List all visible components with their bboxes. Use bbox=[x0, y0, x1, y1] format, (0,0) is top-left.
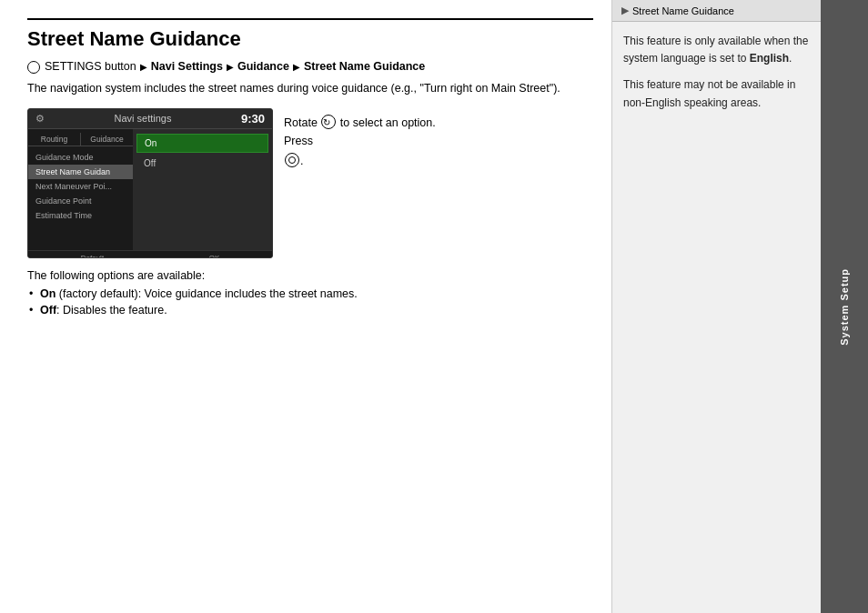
navi-screen-title: Navi settings bbox=[114, 113, 171, 124]
navi-btn-ok[interactable]: OK bbox=[206, 253, 224, 258]
press-icon bbox=[285, 153, 299, 167]
info-box-header: ▶ Street Name Guidance bbox=[612, 0, 821, 22]
navi-header: ⚙ Navi settings 9:30 bbox=[28, 109, 272, 129]
info-icon: ▶ bbox=[621, 5, 629, 16]
options-intro: The following options are available: bbox=[27, 269, 593, 282]
info-english: English bbox=[750, 52, 789, 65]
path-arrow2: ▶ bbox=[227, 62, 234, 72]
right-info-panel: ▶ Street Name Guidance This feature is o… bbox=[611, 0, 821, 613]
path-line: SETTINGS button ▶ Navi Settings ▶ Guidan… bbox=[27, 60, 593, 73]
option-on: On (factory default): Voice guidance inc… bbox=[27, 287, 593, 300]
path-arrow3: ▶ bbox=[293, 62, 300, 72]
screen-container: ⚙ Navi settings 9:30 Routing Guidance Gu… bbox=[27, 108, 593, 258]
sidebar-label: System Setup bbox=[839, 268, 850, 346]
path-guidance: Guidance bbox=[237, 60, 289, 73]
sidebar-tab: System Setup bbox=[821, 0, 868, 613]
description-text: The navigation system includes the stree… bbox=[27, 80, 593, 97]
navi-screen: ⚙ Navi settings 9:30 Routing Guidance Gu… bbox=[27, 108, 273, 258]
navi-menu-guidance-mode[interactable]: Guidance Mode bbox=[28, 150, 133, 165]
navi-menu-guidance-point[interactable]: Guidance Point bbox=[28, 194, 133, 208]
settings-icon bbox=[27, 61, 40, 74]
navi-tab-guidance[interactable]: Guidance bbox=[81, 133, 133, 146]
navi-right-panel: On Off bbox=[133, 129, 272, 250]
navi-tabs: Routing Guidance bbox=[28, 133, 133, 146]
navi-body: Routing Guidance Guidance Mode Street Na… bbox=[28, 129, 272, 250]
top-divider bbox=[27, 18, 593, 20]
navi-menu-estimated-time[interactable]: Estimated Time bbox=[28, 208, 133, 223]
navi-menu-street-name[interactable]: Street Name Guidan bbox=[28, 165, 133, 179]
navi-option-off[interactable]: Off bbox=[136, 155, 268, 172]
option-on-desc: (factory default): Voice guidance includ… bbox=[56, 287, 357, 300]
navi-settings-icon: ⚙ bbox=[35, 113, 45, 125]
info-para-2: This feature may not be available in non… bbox=[623, 76, 810, 111]
instruction-rotate-text: Rotate bbox=[284, 116, 318, 129]
navi-tab-routing[interactable]: Routing bbox=[28, 133, 81, 146]
screen-instruction: Rotate to select an option. Press . bbox=[284, 108, 466, 170]
option-off: Off: Disables the feature. bbox=[27, 304, 593, 317]
path-navi: Navi Settings bbox=[151, 60, 223, 73]
navi-left-menu: Routing Guidance Guidance Mode Street Na… bbox=[28, 129, 133, 250]
navi-btn-default[interactable]: Default bbox=[77, 253, 107, 258]
option-off-desc: : Disables the feature. bbox=[56, 304, 167, 317]
option-off-label: Off bbox=[40, 304, 56, 317]
path-street: Street Name Guidance bbox=[304, 60, 425, 73]
navi-option-on[interactable]: On bbox=[136, 134, 268, 153]
rotate-icon bbox=[321, 115, 336, 129]
main-content: Street Name Guidance SETTINGS button ▶ N… bbox=[0, 0, 821, 613]
option-on-label: On bbox=[40, 287, 56, 300]
navi-footer: Default OK bbox=[28, 250, 272, 258]
navi-menu-next-maneuver[interactable]: Next Maneuver Poi... bbox=[28, 179, 133, 194]
path-arrow1: ▶ bbox=[140, 62, 147, 72]
navi-time: 9:30 bbox=[241, 112, 265, 126]
page-title: Street Name Guidance bbox=[27, 27, 593, 51]
left-content: Street Name Guidance SETTINGS button ▶ N… bbox=[0, 0, 611, 613]
path-settings: SETTINGS button bbox=[45, 60, 136, 73]
info-box-content: This feature is only available when the … bbox=[612, 22, 821, 132]
info-header-text: Street Name Guidance bbox=[632, 5, 734, 16]
options-section: The following options are available: On … bbox=[27, 269, 593, 317]
info-para-1: This feature is only available when the … bbox=[623, 33, 810, 67]
